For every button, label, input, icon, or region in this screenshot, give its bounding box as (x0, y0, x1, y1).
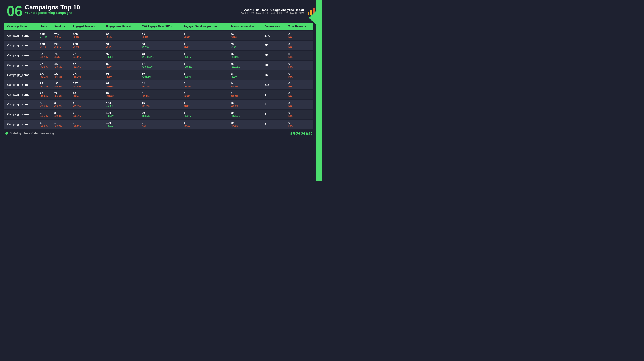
table-cell: 3-99.7% (71, 110, 104, 119)
revenue-cell: 0N/A (287, 100, 313, 109)
table-cell: 100+41.5% (104, 110, 140, 119)
page-title: Campaigns Top 10 (25, 4, 80, 11)
conversions-cell: 216 (262, 80, 287, 89)
header: 06 Campaigns Top 10 Your top performing … (0, 0, 322, 20)
col-events-per-session: Events per session (229, 22, 263, 30)
table-cell: 851-73.3% (38, 80, 52, 89)
header-left: 06 Campaigns Top 10 Your top performing … (7, 4, 80, 18)
table-cell: 4K-32.7% (71, 60, 104, 70)
conversions-cell: 0 (262, 119, 287, 129)
campaign-name-cell: Campaign_name (4, 31, 38, 40)
table-cell: 48+1,463.2% (140, 51, 182, 60)
table-cell: 29-98.8% (52, 90, 71, 99)
revenue-cell: 0N/A (287, 51, 313, 60)
table-cell: 26-98.9% (38, 90, 52, 99)
revenue-cell: 0N/A (287, 60, 313, 70)
campaign-name-cell: Campaign_name (4, 41, 38, 50)
table-cell: 67-25.6% (104, 80, 140, 89)
table-cell: 97+0.9% (104, 51, 140, 60)
campaign-name-cell: Campaign_name (4, 51, 38, 60)
campaign-name-cell: Campaign_name (4, 60, 38, 70)
conversions-cell: 1K (262, 70, 287, 79)
table-cell: 1-98.8% (71, 119, 104, 129)
table-cell: 100+5.9% (104, 100, 140, 109)
table-row: Campaign_name16K-9.5%22K-9.2%20K-9.9%91-… (4, 41, 313, 50)
table-row: Campaign_name3-99.7%3-99.8%3-99.7%100+41… (4, 110, 313, 119)
table-cell: 100+3.6% (104, 119, 140, 129)
conversions-cell: 2K (262, 51, 287, 60)
table-container: Campaign Name Users Sessions Engaged Ses… (4, 22, 313, 129)
campaign-name-cell: Campaign_name (4, 70, 38, 79)
table-cell: 10-43.9% (229, 100, 263, 109)
table-cell: 1-98.9% (52, 119, 71, 129)
table-cell: 26-3.5% (229, 31, 263, 40)
sort-label: Sorted by: Users, Order: Descending (10, 132, 54, 135)
table-header-row: Campaign Name Users Sessions Engaged Ses… (4, 22, 313, 30)
table-cell: 0-9.3% (182, 90, 229, 99)
title-block: Campaigns Top 10 Your top performing cam… (25, 4, 80, 14)
col-conversions: Conversions (262, 22, 287, 30)
conversions-cell: 1K (262, 60, 287, 70)
table-cell: 1-98.8% (38, 119, 52, 129)
table-cell: 747-82.5% (71, 80, 104, 89)
table-cell: 3-99.8% (52, 110, 71, 119)
table-cell: 4K-28.6% (52, 60, 71, 70)
table-cell: 82-15.8% (104, 90, 140, 99)
table-cell: 18+5.1% (229, 70, 263, 79)
revenue-cell: 0N/A (287, 90, 313, 99)
report-title: Acorn Hills | GA4 | Google Analytics Rep… (240, 8, 304, 11)
table-row: Campaign_name26-98.9%29-98.8%24-99%82-15… (4, 90, 313, 99)
table-row: Campaign_name2K-47.5%4K-28.6%4K-32.7%89-… (4, 60, 313, 70)
table-cell: 1+8.3% (182, 51, 229, 60)
conversions-cell: 3 (262, 110, 287, 119)
table-cell: 15-83.3% (140, 100, 182, 109)
sort-indicator (5, 132, 8, 135)
revenue-cell: 0N/A (287, 119, 313, 129)
table-cell: 1+9.9% (182, 70, 229, 79)
table-cell: 89-5.8% (104, 60, 140, 70)
campaign-name-cell: Campaign_name (4, 80, 38, 89)
table-cell: 23+5.4% (229, 41, 263, 50)
header-right: Acorn Hills | GA4 | Google Analytics Rep… (240, 7, 315, 15)
section-number: 06 (7, 4, 22, 18)
table-cell: 39+161.6% (229, 110, 263, 119)
campaign-name-cell: Campaign_name (4, 110, 38, 119)
page-subtitle: Your top performing campaigns (25, 11, 80, 14)
table-cell: 5-99.7% (38, 100, 52, 109)
revenue-cell: 0N/A (287, 31, 313, 40)
table-cell: 1-3.8% (182, 100, 229, 109)
table-cell: 26+116.1% (229, 60, 263, 70)
table-cell: 43-48.4% (140, 80, 182, 89)
report-date: Apr 01 2024 - May 01 2024 vs Feb 01 2024… (240, 11, 304, 14)
table-cell: 1-4.9% (182, 31, 229, 40)
table-cell: 1K-66.3% (52, 70, 71, 79)
table-row: Campaign_name1-98.8%1-98.9%1-98.8%100+3.… (4, 119, 313, 129)
table-cell: 6-99.7% (71, 100, 104, 109)
table-cell: 10-47.8% (229, 119, 263, 129)
campaigns-table: Campaign Name Users Sessions Engaged Ses… (4, 22, 313, 129)
table-cell: 20K-9.9% (71, 41, 104, 50)
table-cell: 93-5.8% (104, 70, 140, 79)
table-cell: 83-8.4% (140, 31, 182, 40)
table-cell: 1K-68.2% (71, 70, 104, 79)
campaign-name-cell: Campaign_name (4, 100, 38, 109)
table-cell: 3-99.7% (38, 110, 52, 119)
table-cell: 14-47.6% (229, 80, 263, 89)
table-row: Campaign_name39K+2.1%75K-0.5%66K-2.9%88-… (4, 31, 313, 40)
table-cell: 70+58.5% (140, 110, 182, 119)
col-engagement-rate: Engagement Rate % (104, 22, 140, 30)
table-cell: 75K-0.5% (52, 31, 71, 40)
revenue-cell: 0N/A (287, 110, 313, 119)
right-accent-bar (316, 0, 322, 180)
col-engaged-per-user: Engaged Sessions per user (182, 22, 229, 30)
page: 06 Campaigns Top 10 Your top performing … (0, 0, 322, 180)
table-cell: 6K-58.1% (38, 51, 52, 60)
revenue-cell: 0N/A (287, 70, 313, 79)
header-info: Acorn Hills | GA4 | Google Analytics Rep… (240, 8, 304, 14)
table-cell: 88-2.4% (104, 31, 140, 40)
table-row: Campaign_name851-73.3%1K-76.5%747-82.5%6… (4, 80, 313, 89)
col-users: Users (38, 22, 52, 30)
table-cell: 24-99% (71, 90, 104, 99)
table-cell: 1K-76.5% (52, 80, 71, 89)
footer: Sorted by: Users, Order: Descending slid… (0, 129, 322, 136)
